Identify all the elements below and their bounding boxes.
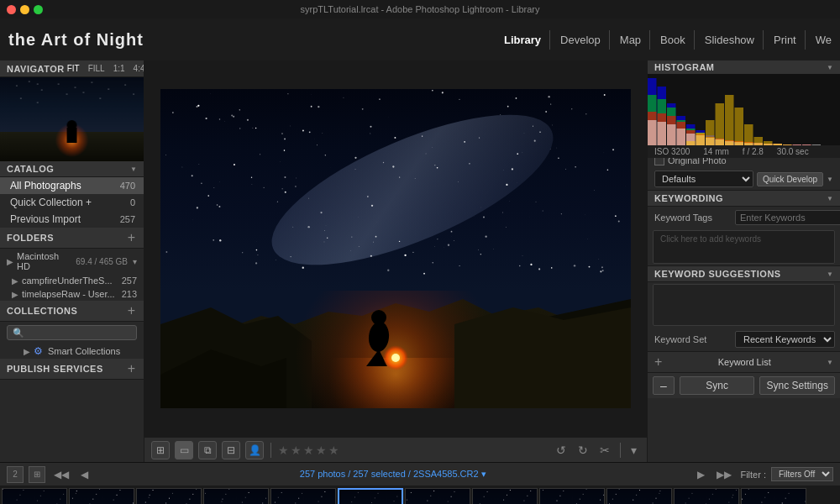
keyword-set-label: Keyword Set — [654, 334, 730, 344]
quick-collection-item[interactable]: Quick Collection + 0 — [0, 194, 144, 211]
grid-view-button[interactable]: ⊞ — [151, 441, 170, 459]
filmstrip-next-button[interactable]: ▶ — [694, 467, 708, 482]
preset-select[interactable]: Defaults — [654, 171, 753, 187]
survey-view-button[interactable]: ⊟ — [222, 441, 240, 459]
nav-item-slideshow[interactable]: Slideshow — [696, 30, 764, 50]
filmstrip-thumb-0[interactable] — [2, 488, 67, 504]
nav-item-book[interactable]: Book — [652, 30, 695, 50]
keyword-entry-area[interactable]: Click here to add keywords — [653, 230, 835, 264]
catalog-header[interactable]: Catalog ▼ — [0, 161, 144, 177]
histogram-header[interactable]: Histogram ▼ — [648, 60, 840, 74]
publish-services-header[interactable]: Publish Services + — [0, 359, 144, 380]
filmstrip — [0, 486, 840, 504]
smart-collection-icon: ⚙ — [34, 345, 43, 357]
filmstrip-filename[interactable]: 2SSA4585.CR2 — [413, 469, 479, 479]
star-1[interactable]: ★ — [278, 444, 289, 457]
nav-menu: Library Develop Map Book Slideshow Print… — [496, 30, 840, 50]
nav-1to1-btn[interactable]: 1:1 — [111, 63, 128, 74]
keyword-list-expand-icon[interactable]: + — [654, 354, 662, 370]
left-panel: Navigator FIT FILL 1:1 4:4 Catalog ▼ All… — [0, 60, 144, 462]
toolbar-separator-2 — [620, 443, 621, 458]
sync-button[interactable]: Sync — [680, 376, 755, 395]
close-button[interactable] — [7, 5, 16, 14]
filmstrip-thumb-1[interactable] — [69, 488, 134, 504]
quick-develop-button[interactable]: Quick Develop — [757, 172, 823, 186]
maximize-button[interactable] — [34, 5, 43, 14]
filter-area: Filter : Filters Off — [740, 467, 833, 481]
nav-fit-btn[interactable]: FIT — [65, 63, 82, 74]
folder-item-timelapse[interactable]: ▶ timelapseRaw - User... 213 — [0, 287, 144, 301]
filmstrip-next-page-button[interactable]: ▶▶ — [713, 467, 735, 482]
filmstrip-prev-page-button[interactable]: ◀◀ — [50, 467, 72, 482]
filmstrip-thumb-5[interactable] — [338, 488, 403, 504]
nav-item-develop[interactable]: Develop — [552, 30, 610, 50]
main-photo-canvas — [160, 89, 631, 408]
loupe-view-button[interactable]: ▭ — [175, 441, 193, 459]
filmstrip-thumb-4[interactable] — [270, 488, 336, 504]
sync-settings-button[interactable]: Sync Settings — [759, 376, 835, 395]
folder-item-campfire[interactable]: ▶ campfireUnderTheS... 257 — [0, 274, 144, 287]
rotate-left-button[interactable]: ↺ — [553, 442, 570, 459]
page-num-btn[interactable]: 2 — [7, 466, 24, 483]
main-image-area[interactable] — [144, 60, 647, 437]
filmstrip-thumb-canvas-11 — [742, 489, 806, 504]
nav-item-print[interactable]: Print — [765, 30, 806, 50]
keywording-header[interactable]: Keywording ▼ — [648, 190, 840, 207]
all-photographs-item[interactable]: All Photographs 470 — [0, 177, 144, 194]
navigator-controls: FIT FILL 1:1 4:4 — [65, 63, 144, 74]
folders-add-button[interactable]: + — [126, 230, 137, 245]
collections-add-button[interactable]: + — [126, 303, 137, 318]
navigator-thumbnail[interactable] — [0, 77, 144, 161]
nav-ratio-btn[interactable]: 4:4 — [131, 63, 144, 74]
rotate-right-button[interactable]: ↻ — [575, 442, 591, 459]
grid-layout-btn[interactable]: ⊞ — [29, 466, 45, 483]
nav-item-library[interactable]: Library — [496, 30, 550, 50]
publish-services-add-button[interactable]: + — [126, 361, 137, 376]
nav-item-web[interactable]: We — [807, 30, 840, 50]
sync-minus-button[interactable]: – — [653, 376, 675, 395]
filmstrip-thumb-canvas-7 — [473, 489, 537, 504]
smart-collections-item[interactable]: ▶ ⚙ Smart Collections — [0, 344, 144, 359]
minimize-button[interactable] — [20, 5, 29, 14]
star-2[interactable]: ★ — [291, 444, 302, 457]
histogram-collapse-icon: ▼ — [827, 64, 833, 71]
filmstrip-filename-dropdown[interactable]: ▾ — [481, 469, 486, 479]
disk-item[interactable]: ▶ Macintosh HD 69.4 / 465 GB ▾ — [0, 249, 144, 274]
filmstrip-thumb-2[interactable] — [136, 488, 202, 504]
star-3[interactable]: ★ — [303, 444, 314, 457]
collapse-toolbar-button[interactable]: ▾ — [627, 442, 640, 459]
star-5[interactable]: ★ — [328, 444, 339, 457]
nav-fill-btn[interactable]: FILL — [86, 63, 108, 74]
disk-arrow-icon: ▶ — [7, 257, 13, 266]
filmstrip-thumb-11[interactable] — [741, 488, 806, 504]
filmstrip-thumb-canvas-5 — [339, 490, 402, 504]
filmstrip-thumb-8[interactable] — [539, 488, 605, 504]
star-4[interactable]: ★ — [316, 444, 327, 457]
keyword-suggestions-header[interactable]: Keyword Suggestions ▼ — [648, 265, 840, 282]
crop-button[interactable]: ✂ — [596, 442, 613, 459]
filmstrip-thumb-7[interactable] — [472, 488, 538, 504]
folder-expand-icon: ▶ — [12, 276, 18, 286]
filmstrip-thumb-9[interactable] — [606, 488, 672, 504]
collections-search-wrap — [0, 322, 144, 344]
filmstrip-thumb-3[interactable] — [203, 488, 269, 504]
keyword-tags-input[interactable] — [735, 210, 840, 225]
keyword-set-select[interactable]: Recent Keywords — [735, 331, 835, 348]
collections-search-input[interactable] — [7, 325, 137, 340]
filmstrip-controls: 2 ⊞ ◀◀ ◀ 257 photos / 257 selected / 2SS… — [0, 463, 840, 486]
filmstrip-thumb-10[interactable] — [674, 488, 739, 504]
nav-item-map[interactable]: Map — [612, 30, 650, 50]
filmstrip-thumb-canvas-0 — [3, 489, 66, 504]
collections-header[interactable]: Collections + — [0, 301, 144, 322]
all-photographs-label: All Photographs — [10, 180, 81, 192]
people-view-button[interactable]: 👤 — [245, 441, 264, 459]
filmstrip-prev-button[interactable]: ◀ — [77, 467, 92, 482]
compare-view-button[interactable]: ⧉ — [198, 441, 217, 459]
filter-select[interactable]: Filters Off — [771, 467, 833, 481]
main-area: Navigator FIT FILL 1:1 4:4 Catalog ▼ All… — [0, 60, 840, 462]
folders-header[interactable]: Folders + — [0, 228, 144, 249]
navigator-header[interactable]: Navigator FIT FILL 1:1 4:4 — [0, 60, 144, 77]
filmstrip-thumb-6[interactable] — [405, 488, 470, 504]
previous-import-item[interactable]: Previous Import 257 — [0, 211, 144, 228]
traffic-lights[interactable] — [7, 5, 43, 14]
